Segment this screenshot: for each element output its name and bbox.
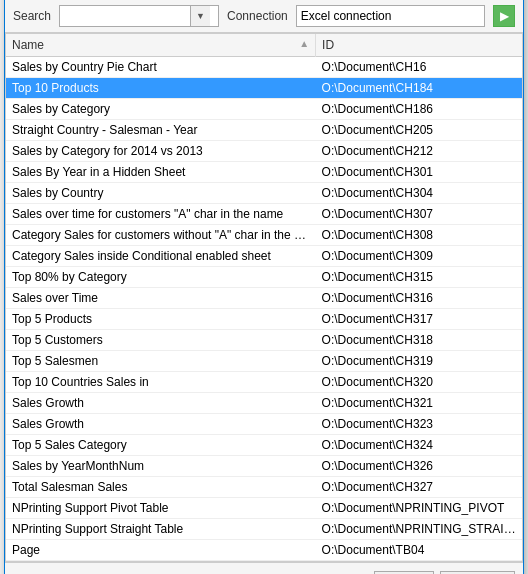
cell-name: Sales by Country Pie Chart <box>6 56 316 77</box>
cell-name: NPrinting Support Straight Table <box>6 518 316 539</box>
cell-name: Sales Growth <box>6 392 316 413</box>
search-filter-button[interactable]: ▼ <box>190 6 210 26</box>
cell-id: O:\Document\CH321 <box>316 392 522 413</box>
cell-name: Sales Growth <box>6 413 316 434</box>
sort-arrow-icon: ▲ <box>299 38 309 49</box>
cell-id: O:\Document\CH307 <box>316 203 522 224</box>
table-body: Sales by Country Pie ChartO:\Document\CH… <box>6 56 522 560</box>
connection-button[interactable]: ▶ <box>493 5 515 27</box>
cell-id: O:\Document\CH212 <box>316 140 522 161</box>
cell-id: O:\Document\CH304 <box>316 182 522 203</box>
cell-name: Top 5 Customers <box>6 329 316 350</box>
search-label: Search <box>13 9 51 23</box>
cell-id: O:\Document\CH317 <box>316 308 522 329</box>
toolbar: Search ▼ Connection Excel connection ▶ <box>5 0 523 33</box>
table-row[interactable]: NPrinting Support Pivot TableO:\Document… <box>6 497 522 518</box>
table-header-row: Name ▲ ID <box>6 34 522 57</box>
table-row[interactable]: Top 10 ProductsO:\Document\CH184 <box>6 77 522 98</box>
select-objects-dialog: Q Select Objects – □ ✕ Search ▼ Connecti… <box>4 0 524 574</box>
cell-id: O:\Document\CH205 <box>316 119 522 140</box>
cell-name: Sales by Category for 2014 vs 2013 <box>6 140 316 161</box>
cell-name: Sales by Category <box>6 98 316 119</box>
cell-name: NPrinting Support Pivot Table <box>6 497 316 518</box>
cell-id: O:\Document\CH327 <box>316 476 522 497</box>
cell-id: O:\Document\CH309 <box>316 245 522 266</box>
dialog-footer: OK Cancel <box>5 562 523 575</box>
column-header-id: ID <box>316 34 522 57</box>
cell-name: Top 5 Salesmen <box>6 350 316 371</box>
filter-icon: ▼ <box>196 11 205 21</box>
table-row[interactable]: Sales over TimeO:\Document\CH316 <box>6 287 522 308</box>
column-header-name: Name ▲ <box>6 34 316 57</box>
connect-icon: ▶ <box>500 9 509 23</box>
cell-id: O:\Document\CH308 <box>316 224 522 245</box>
cancel-button[interactable]: Cancel <box>440 571 515 575</box>
table-row[interactable]: Sales GrowthO:\Document\CH321 <box>6 392 522 413</box>
table-row[interactable]: Top 5 ProductsO:\Document\CH317 <box>6 308 522 329</box>
table-row[interactable]: Top 80% by CategoryO:\Document\CH315 <box>6 266 522 287</box>
cell-id: O:\Document\CH323 <box>316 413 522 434</box>
connection-field: Excel connection <box>296 5 485 27</box>
cell-name: Sales over time for customers "A" char i… <box>6 203 316 224</box>
cell-name: Top 5 Products <box>6 308 316 329</box>
cell-name: Top 80% by Category <box>6 266 316 287</box>
table-row[interactable]: Sales by Country Pie ChartO:\Document\CH… <box>6 56 522 77</box>
objects-table-container: Name ▲ ID Sales by Country Pie ChartO:\D… <box>5 33 523 562</box>
cell-name: Category Sales for customers without "A"… <box>6 224 316 245</box>
table-row[interactable]: Straight Country - Salesman - YearO:\Doc… <box>6 119 522 140</box>
cell-id: O:\Document\CH324 <box>316 434 522 455</box>
cell-id: O:\Document\CH184 <box>316 77 522 98</box>
ok-button[interactable]: OK <box>374 571 434 575</box>
connection-label: Connection <box>227 9 288 23</box>
table-row[interactable]: Sales by YearMonthNumO:\Document\CH326 <box>6 455 522 476</box>
cell-id: O:\Document\TB04 <box>316 539 522 560</box>
cell-name: Total Salesman Sales <box>6 476 316 497</box>
cell-name: Top 10 Products <box>6 77 316 98</box>
table-row[interactable]: Sales GrowthO:\Document\CH323 <box>6 413 522 434</box>
table-row[interactable]: Sales by CountryO:\Document\CH304 <box>6 182 522 203</box>
cell-name: Straight Country - Salesman - Year <box>6 119 316 140</box>
cell-id: O:\Document\NPRINTING_PIVOT <box>316 497 522 518</box>
search-input[interactable] <box>60 6 190 26</box>
table-row[interactable]: Sales over time for customers "A" char i… <box>6 203 522 224</box>
cell-id: O:\Document\CH301 <box>316 161 522 182</box>
table-row[interactable]: PageO:\Document\TB04 <box>6 539 522 560</box>
cell-id: O:\Document\CH16 <box>316 56 522 77</box>
table-row[interactable]: Top 5 CustomersO:\Document\CH318 <box>6 329 522 350</box>
cell-name: Top 10 Countries Sales in <box>6 371 316 392</box>
table-row[interactable]: Top 5 SalesmenO:\Document\CH319 <box>6 350 522 371</box>
table-row[interactable]: Category Sales for customers without "A"… <box>6 224 522 245</box>
table-row[interactable]: Category Sales inside Conditional enable… <box>6 245 522 266</box>
objects-table: Name ▲ ID Sales by Country Pie ChartO:\D… <box>6 34 522 561</box>
table-row[interactable]: Top 5 Sales CategoryO:\Document\CH324 <box>6 434 522 455</box>
cell-id: O:\Document\NPRINTING_STRAIGHT <box>316 518 522 539</box>
cell-name: Sales by YearMonthNum <box>6 455 316 476</box>
cell-id: O:\Document\CH315 <box>316 266 522 287</box>
table-row[interactable]: Sales by Category for 2014 vs 2013O:\Doc… <box>6 140 522 161</box>
cell-name: Top 5 Sales Category <box>6 434 316 455</box>
cell-name: Page <box>6 539 316 560</box>
cell-name: Sales by Country <box>6 182 316 203</box>
connection-value: Excel connection <box>301 9 392 23</box>
cell-id: O:\Document\CH186 <box>316 98 522 119</box>
table-row[interactable]: NPrinting Support Straight TableO:\Docum… <box>6 518 522 539</box>
table-row[interactable]: Sales by CategoryO:\Document\CH186 <box>6 98 522 119</box>
cell-name: Sales over Time <box>6 287 316 308</box>
cell-name: Category Sales inside Conditional enable… <box>6 245 316 266</box>
cell-id: O:\Document\CH319 <box>316 350 522 371</box>
search-wrapper: ▼ <box>59 5 219 27</box>
cell-name: Sales By Year in a Hidden Sheet <box>6 161 316 182</box>
cell-id: O:\Document\CH326 <box>316 455 522 476</box>
table-row[interactable]: Top 10 Countries Sales inO:\Document\CH3… <box>6 371 522 392</box>
table-row[interactable]: Total Salesman SalesO:\Document\CH327 <box>6 476 522 497</box>
table-row[interactable]: Sales By Year in a Hidden SheetO:\Docume… <box>6 161 522 182</box>
cell-id: O:\Document\CH316 <box>316 287 522 308</box>
cell-id: O:\Document\CH320 <box>316 371 522 392</box>
cell-id: O:\Document\CH318 <box>316 329 522 350</box>
